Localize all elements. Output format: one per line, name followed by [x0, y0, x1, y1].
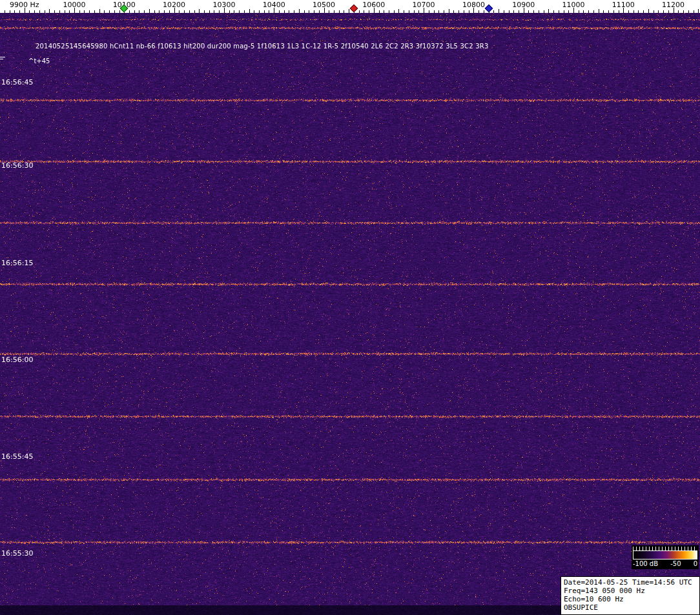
info-station-line: OBSUPICE [564, 603, 697, 612]
time-tick [0, 59, 3, 59]
time-label: 16:56:30 [1, 161, 33, 170]
ruler-label-10500: 10500 [313, 1, 335, 9]
ruler-label-9900: 9900 Hz [10, 1, 39, 9]
info-date-line: Date=2014-05-25 Time=14:56 UTC [564, 578, 697, 587]
ruler-label-10800: 10800 [462, 1, 485, 9]
time-tick [0, 57, 5, 57]
time-label: 16:56:45 [1, 78, 33, 86]
ruler-label-10700: 10700 [413, 1, 435, 9]
ruler-label-10400: 10400 [263, 1, 285, 9]
meteor-spectrogram-window: 9900 Hz100001010010200103001040010500106… [0, 0, 700, 615]
ruler-label-11100: 11100 [612, 1, 635, 9]
time-label: 16:56:15 [1, 259, 33, 267]
observation-info-box: Date=2014-05-25 Time=14:56 UTC Freq=143 … [561, 576, 700, 615]
time-label: 16:56:00 [1, 356, 33, 364]
detection-annotation: 20140525145645980 hCnt11 nb-66 f10613 hi… [36, 43, 489, 50]
ruler-label-10600: 10600 [362, 1, 385, 9]
ruler-label-11000: 11000 [562, 1, 585, 9]
ruler-label-10900: 10900 [512, 1, 535, 9]
colorbar-label-mid: -50 [670, 560, 681, 567]
time-label: 16:55:30 [1, 549, 33, 558]
colorbar-label-min: -100 dB [633, 560, 658, 567]
waterfall-display[interactable]: 20140525145645980 hCnt11 nb-66 f10613 hi… [0, 13, 700, 615]
time-label: 16:55:45 [1, 452, 33, 461]
ruler-label-10000: 10000 [63, 1, 86, 9]
colorbar-gradient [633, 550, 697, 560]
time-offset-marker: ^t+45 [28, 57, 50, 65]
ruler-label-10200: 10200 [163, 1, 185, 9]
spectrogram-canvas[interactable] [0, 13, 700, 615]
ruler-label-10300: 10300 [212, 1, 235, 9]
ruler-tick-canvas [0, 0, 700, 13]
colorbar-labels: -100 dB -50 0 [633, 560, 697, 568]
ruler-label-11200: 11200 [662, 1, 685, 9]
colorbar-label-max: 0 [694, 560, 697, 567]
db-colorbar: -100 dB -50 0 [632, 545, 699, 569]
info-echo-line: Echo=10 600 Hz [564, 595, 697, 603]
frequency-ruler[interactable]: 9900 Hz100001010010200103001040010500106… [0, 0, 700, 13]
info-freq-line: Freq=143 050 000 Hz [564, 587, 697, 595]
